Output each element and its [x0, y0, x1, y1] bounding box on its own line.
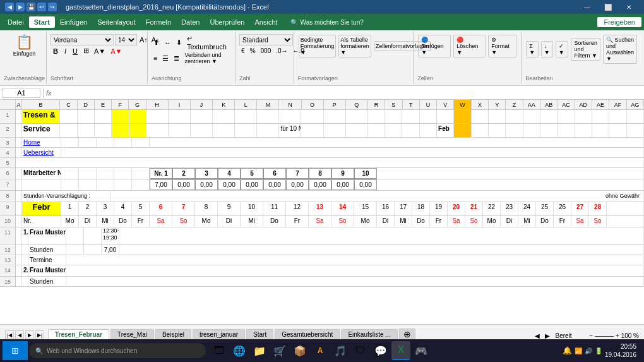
signin-button[interactable]: Freigeben — [597, 17, 641, 27]
cell-b4[interactable]: Uebersicht — [22, 148, 61, 158]
cell-j2[interactable] — [191, 124, 213, 137]
cell-i6-2[interactable]: 2 — [172, 168, 195, 179]
cell-j10-mo[interactable]: Mo — [195, 216, 218, 227]
cell-t1[interactable] — [402, 110, 419, 123]
cell-e10-mi[interactable]: Mi — [97, 216, 114, 227]
notification-icon[interactable]: 🔔 — [563, 346, 572, 355]
cell-v1[interactable] — [437, 110, 454, 123]
cell-e7[interactable] — [97, 179, 114, 190]
cell-t10-do[interactable]: Do — [412, 216, 430, 227]
cell-c12-stunden[interactable]: Stunden — [28, 245, 66, 255]
cell-p2[interactable] — [324, 124, 346, 137]
align-top-icon[interactable]: ⬆ — [152, 38, 161, 47]
cell-h9-6[interactable]: 6 — [150, 202, 172, 215]
cell-d11[interactable] — [66, 227, 84, 244]
cell-a4[interactable] — [16, 148, 22, 158]
cell-rest9[interactable] — [607, 202, 644, 215]
col-header-v[interactable]: V — [437, 100, 454, 109]
cell-i9-7[interactable]: 7 — [172, 202, 195, 215]
col-header-y[interactable]: Y — [489, 100, 506, 109]
menu-einfuegen[interactable]: Einfügen — [55, 16, 92, 28]
cell-a15[interactable] — [16, 277, 22, 287]
cell-n6-7[interactable]: 7 — [286, 168, 309, 179]
col-header-p[interactable]: P — [324, 100, 346, 109]
cell-m10-do[interactable]: Do — [263, 216, 286, 227]
col-header-b[interactable]: B — [22, 100, 60, 109]
cell-v10-sa[interactable]: Sa — [448, 216, 465, 227]
tab-first-button[interactable]: |◀ — [5, 330, 14, 339]
undo-icon[interactable]: ↩ — [37, 3, 46, 11]
start-button[interactable]: ⊞ — [3, 341, 28, 360]
cell-e6[interactable] — [97, 168, 114, 179]
scroll-left-icon[interactable]: ◀ — [535, 332, 540, 339]
cell-r9-16[interactable]: 16 — [377, 202, 395, 215]
volume-icon[interactable]: 🔊 — [585, 347, 592, 354]
col-header-s[interactable]: S — [385, 100, 402, 109]
redo-icon[interactable]: ↪ — [48, 3, 57, 11]
sort-filter-button[interactable]: Sortieren undFiltern ▼ — [571, 38, 600, 61]
cell-t9-18[interactable]: 18 — [412, 202, 430, 215]
col-header-f[interactable]: F — [112, 100, 129, 109]
format-cells-button[interactable]: ⚙ Format ▼ — [488, 35, 516, 57]
cell-k9-9[interactable]: 9 — [218, 202, 241, 215]
cell-s2[interactable] — [385, 124, 402, 137]
cell-rest10[interactable] — [607, 216, 644, 227]
increase-decimal-icon[interactable]: .0→ — [274, 47, 289, 55]
cell-c6[interactable] — [61, 168, 79, 179]
cell-i2[interactable] — [169, 124, 191, 137]
col-header-ac[interactable]: AC — [558, 100, 575, 109]
cell-a6[interactable] — [16, 168, 22, 179]
cell-n10-fr[interactable]: Fr — [286, 216, 309, 227]
zoom-in-button[interactable]: + — [616, 332, 619, 339]
cell-f12-700[interactable]: 7,00 — [102, 245, 119, 255]
cell-q10-mo[interactable]: Mo — [354, 216, 377, 227]
cell-rest15[interactable] — [66, 277, 644, 287]
taskbar-app-explorer[interactable]: 📁 — [250, 341, 269, 360]
cell-l6-5[interactable]: 5 — [241, 168, 263, 179]
percent-icon[interactable]: % — [248, 47, 258, 55]
cell-b10-nr[interactable]: Nr. — [22, 216, 61, 227]
search-label[interactable]: Was möchten Sie tun? — [301, 19, 364, 26]
cell-a10[interactable] — [16, 216, 22, 227]
cell-b6-mitarbeiter[interactable]: Mitarbeiter Nr. — [22, 168, 61, 179]
cell-b11-num[interactable]: 1. — [22, 227, 28, 244]
menu-daten[interactable]: Daten — [176, 16, 205, 28]
cell-a14[interactable] — [16, 265, 22, 276]
cell-g10-fr[interactable]: Fr — [132, 216, 150, 227]
cell-p7[interactable]: 0,00 — [331, 179, 354, 190]
cell-e11[interactable] — [84, 227, 102, 244]
menu-ansicht[interactable]: Ansicht — [249, 16, 282, 28]
cell-rest5[interactable] — [16, 158, 644, 168]
close-button[interactable]: ✕ — [619, 0, 639, 14]
table-format-button[interactable]: Als Tabelleformatieren ▼ — [338, 35, 371, 57]
col-header-k[interactable]: K — [213, 100, 235, 109]
cell-a13[interactable] — [16, 255, 22, 265]
cell-s10-mi[interactable]: Mi — [395, 216, 412, 227]
sheet-tab-tresen-januar[interactable]: tresen_januar — [193, 329, 245, 339]
delete-cells-button[interactable]: 🔴 Löschen ▼ — [453, 35, 486, 57]
cell-z10-mi[interactable]: Mi — [518, 216, 536, 227]
cell-ae1[interactable] — [592, 110, 609, 123]
cell-j6-3[interactable]: 3 — [195, 168, 218, 179]
col-header-af[interactable]: AF — [609, 100, 626, 109]
cell-a3[interactable] — [16, 138, 22, 148]
cell-d9[interactable]: 2 — [79, 202, 97, 215]
taskbar-app-dropbox[interactable]: 📦 — [290, 341, 309, 360]
cell-y1[interactable] — [489, 110, 506, 123]
col-header-z[interactable]: Z — [506, 100, 523, 109]
cell-e3[interactable] — [97, 138, 114, 148]
conditional-format-button[interactable]: BedingteFormatierung ▼ — [299, 35, 337, 57]
cell-rest14[interactable] — [66, 265, 644, 276]
cell-b2[interactable]: Service — [22, 124, 60, 137]
cell-p10-so[interactable]: So — [331, 216, 354, 227]
taskbar-app-store[interactable]: 🛒 — [270, 341, 289, 360]
paste-button[interactable]: 📋 Einfügen — [11, 33, 39, 58]
cell-n2[interactable]: für 10 Mitarbeiter — [279, 124, 301, 137]
cell-o2[interactable] — [301, 124, 323, 137]
cell-x10-mo[interactable]: Mo — [483, 216, 501, 227]
cell-r10-di[interactable]: Di — [377, 216, 395, 227]
cell-g2[interactable] — [129, 124, 146, 137]
cell-r1[interactable] — [368, 110, 385, 123]
menu-datei[interactable]: Datei — [3, 16, 29, 28]
sheet-tab-trese-mai[interactable]: Trese_Mai — [110, 329, 154, 339]
